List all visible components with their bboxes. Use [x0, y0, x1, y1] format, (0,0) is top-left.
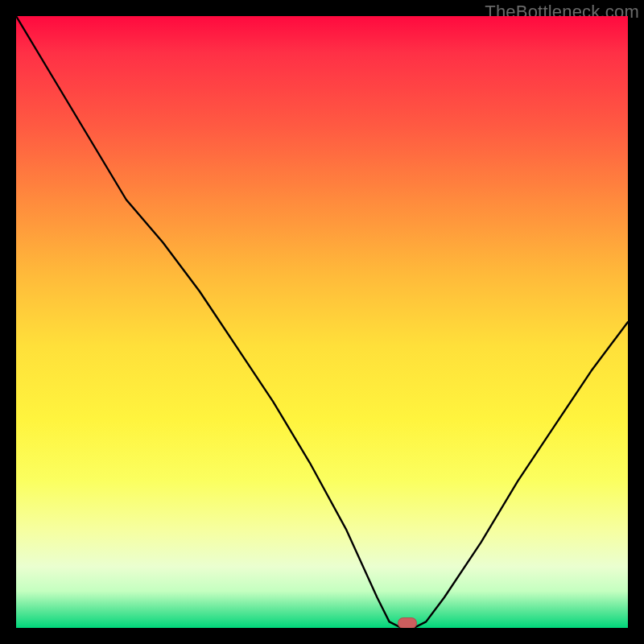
plot-area — [16, 16, 628, 628]
chart-frame: TheBottleneck.com — [0, 0, 644, 644]
optimal-point-marker — [398, 617, 417, 628]
curve-path — [16, 16, 628, 628]
bottleneck-curve — [16, 16, 628, 628]
